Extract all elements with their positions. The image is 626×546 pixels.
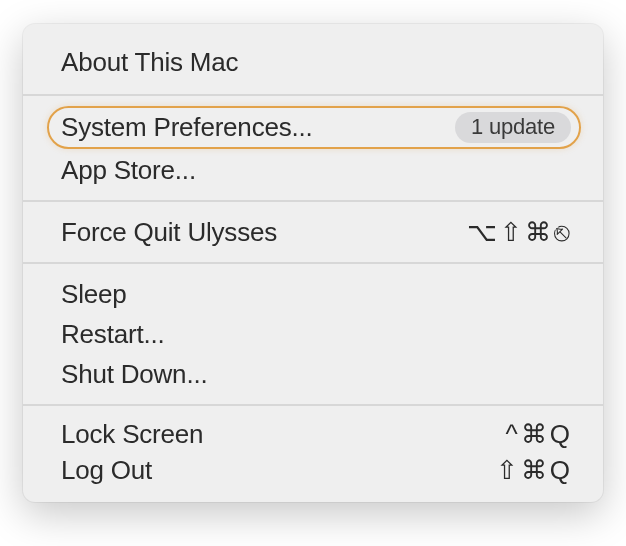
menu-item-label: Force Quit Ulysses	[61, 214, 277, 250]
menu-item-label: App Store...	[61, 152, 196, 188]
update-badge: 1 update	[455, 112, 571, 143]
menu-section-power: Sleep Restart... Shut Down...	[23, 270, 603, 398]
menu-item-label: Restart...	[61, 316, 164, 352]
menu-item-log-out[interactable]: Log Out ⇧⌘Q	[23, 452, 603, 488]
menu-divider	[23, 404, 603, 406]
menu-item-label: Lock Screen	[61, 416, 203, 452]
menu-item-system-preferences[interactable]: System Preferences... 1 update	[23, 107, 603, 147]
menu-divider	[23, 94, 603, 96]
menu-section-session: Lock Screen ^⌘Q Log Out ⇧⌘Q	[23, 412, 603, 492]
menu-item-about-this-mac[interactable]: About This Mac	[23, 36, 603, 84]
menu-section-force-quit: Force Quit Ulysses ⌥⇧⌘⎋	[23, 208, 603, 256]
menu-divider	[23, 262, 603, 264]
menu-item-label: About This Mac	[61, 44, 238, 80]
menu-item-sleep[interactable]: Sleep	[23, 274, 603, 314]
menu-item-label: Log Out	[61, 452, 152, 488]
keyboard-shortcut: ^⌘Q	[506, 416, 573, 452]
menu-divider	[23, 200, 603, 202]
menu-item-label: Sleep	[61, 276, 127, 312]
menu-section-prefs: System Preferences... 1 update App Store…	[23, 102, 603, 194]
menu-item-label: System Preferences...	[61, 109, 313, 145]
menu-item-app-store[interactable]: App Store...	[23, 150, 603, 190]
menu-item-force-quit[interactable]: Force Quit Ulysses ⌥⇧⌘⎋	[23, 212, 603, 252]
menu-item-lock-screen[interactable]: Lock Screen ^⌘Q	[23, 416, 603, 452]
keyboard-shortcut: ⌥⇧⌘⎋	[467, 214, 573, 250]
apple-menu: About This Mac System Preferences... 1 u…	[23, 24, 603, 502]
keyboard-shortcut: ⇧⌘Q	[496, 452, 573, 488]
menu-item-label: Shut Down...	[61, 356, 207, 392]
menu-item-shut-down[interactable]: Shut Down...	[23, 354, 603, 394]
menu-item-restart[interactable]: Restart...	[23, 314, 603, 354]
menu-section-about: About This Mac	[23, 32, 603, 88]
